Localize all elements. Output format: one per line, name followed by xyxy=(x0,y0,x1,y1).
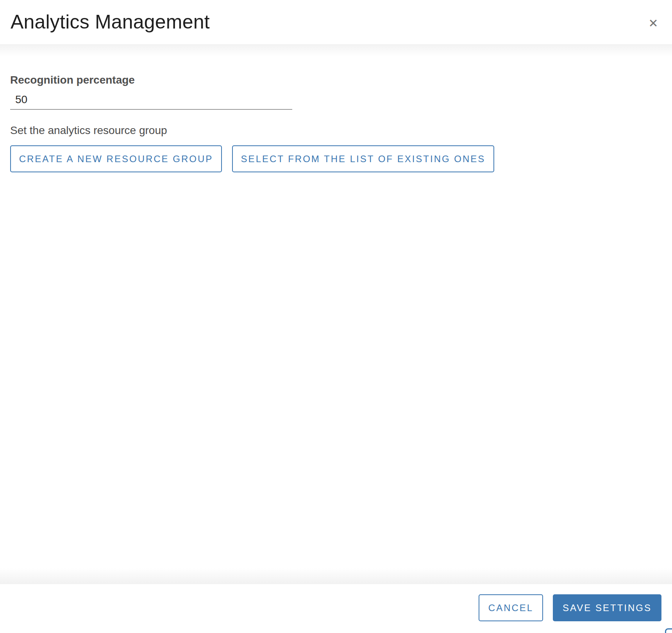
close-icon[interactable]: ✕ xyxy=(645,15,662,32)
dialog-footer: CANCEL SAVE SETTINGS xyxy=(0,584,672,633)
cancel-button[interactable]: CANCEL xyxy=(479,594,543,621)
select-existing-resource-group-button[interactable]: SELECT FROM THE LIST OF EXISTING ONES xyxy=(232,145,494,172)
dialog-title: Analytics Management xyxy=(11,11,210,33)
dialog-header: Analytics Management ✕ xyxy=(0,0,672,44)
dialog-content: Recognition percentage Set the analytics… xyxy=(0,44,672,172)
footer-shadow xyxy=(0,568,672,584)
recognition-percentage-input[interactable] xyxy=(10,91,292,110)
recognition-percentage-label: Recognition percentage xyxy=(10,74,662,86)
offscreen-element-fragment xyxy=(665,628,672,633)
analytics-management-dialog: Analytics Management ✕ Recognition perce… xyxy=(0,0,672,633)
save-settings-button[interactable]: SAVE SETTINGS xyxy=(553,594,661,621)
resource-group-section-label: Set the analytics resource group xyxy=(10,124,662,137)
resource-group-button-row: CREATE A NEW RESOURCE GROUP SELECT FROM … xyxy=(10,145,662,172)
create-resource-group-button[interactable]: CREATE A NEW RESOURCE GROUP xyxy=(10,145,222,172)
